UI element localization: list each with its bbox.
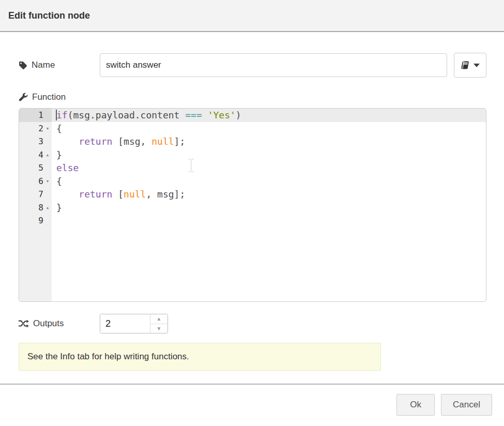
token-plain: { — [56, 176, 62, 187]
code-line-5[interactable]: 5else — [19, 161, 486, 175]
token-plain: { — [56, 123, 62, 134]
name-label-text: Name — [32, 60, 55, 70]
gutter-line-number: 1 — [19, 109, 52, 122]
token-keyword: else — [56, 162, 79, 173]
token-keyword: return — [79, 189, 112, 200]
code-text[interactable]: { — [52, 122, 486, 135]
arrow-up-icon: ▲ — [157, 316, 162, 322]
code-text[interactable] — [52, 214, 486, 227]
gutter-line-number: 5 — [19, 161, 52, 175]
fold-open-icon[interactable]: ▾ — [43, 175, 52, 188]
gutter-filler — [19, 227, 52, 302]
arrow-down-icon: ▼ — [157, 326, 162, 331]
spinner-up-button[interactable]: ▲ — [150, 314, 167, 324]
code-line-8[interactable]: 8▴} — [19, 201, 486, 215]
function-label-text: Function — [32, 92, 66, 102]
gutter-line-number: 4▴ — [19, 148, 52, 162]
book-icon — [461, 60, 470, 70]
cancel-button[interactable]: Cancel — [441, 394, 492, 416]
info-tip-text: See the Info tab for help writing functi… — [27, 352, 189, 361]
code-line-1[interactable]: 1if(msg.payload.content === 'Yes') — [19, 109, 486, 122]
token-plain: [msg, — [112, 136, 151, 147]
code-line-3[interactable]: 3 return [msg, null]; — [19, 135, 486, 148]
token-operator: === — [185, 110, 202, 120]
tag-icon — [19, 61, 27, 70]
token-plain: ]; — [174, 136, 186, 147]
gutter-line-number: 7 — [19, 188, 52, 201]
outputs-spinner: ▲ ▼ — [100, 314, 168, 333]
outputs-label-text: Outputs — [33, 318, 64, 329]
code-text[interactable]: else — [52, 161, 486, 175]
spinner-buttons: ▲ ▼ — [150, 314, 167, 333]
outputs-row: Outputs ▲ ▼ — [19, 314, 486, 333]
outputs-label: Outputs — [19, 318, 100, 329]
code-filler[interactable] — [52, 227, 486, 302]
code-text[interactable]: { — [52, 175, 486, 188]
token-keyword: if — [56, 110, 68, 120]
code-editor[interactable]: 1if(msg.payload.content === 'Yes')2▾{3 r… — [19, 108, 486, 302]
token-plain — [56, 189, 79, 200]
fold-open-icon[interactable]: ▾ — [43, 122, 52, 135]
token-plain: (msg.payload.content — [68, 110, 186, 120]
edit-function-node-dialog: Edit function node Name — [0, 0, 504, 426]
code-line-9[interactable]: 9 — [19, 214, 486, 227]
code-line-6[interactable]: 6▾{ — [19, 175, 486, 188]
text-cursor — [56, 110, 57, 120]
gutter-line-number: 6▾ — [19, 175, 52, 188]
code-line-2[interactable]: 2▾{ — [19, 122, 486, 135]
caret-down-icon — [474, 64, 480, 67]
code-text[interactable]: return [null, msg]; — [52, 188, 486, 201]
code-line-4[interactable]: 4▴} — [19, 148, 486, 162]
token-plain — [202, 110, 208, 120]
code-text[interactable]: if(msg.payload.content === 'Yes') — [52, 109, 486, 122]
fold-close-icon[interactable]: ▴ — [43, 148, 52, 162]
token-plain: } — [56, 149, 62, 160]
token-string: 'Yes' — [208, 110, 236, 120]
code-line-7[interactable]: 7 return [null, msg]; — [19, 188, 486, 201]
gutter-line-number: 3 — [19, 135, 52, 148]
dialog-header: Edit function node — [0, 0, 504, 32]
footer: Ok Cancel — [0, 385, 504, 416]
spinner-down-button[interactable]: ▼ — [150, 324, 167, 333]
name-row: Name — [19, 53, 486, 78]
gutter-line-number: 9 — [19, 214, 52, 227]
outputs-input[interactable] — [100, 314, 150, 333]
token-constant: null — [151, 136, 174, 147]
code-text[interactable]: } — [52, 148, 486, 162]
fold-close-icon[interactable]: ▴ — [43, 201, 52, 215]
token-plain: , msg]; — [146, 189, 185, 200]
info-tip: See the Info tab for help writing functi… — [19, 343, 381, 371]
dialog-title: Edit function node — [8, 10, 90, 21]
token-plain: } — [56, 202, 62, 213]
dialog-content: Name Function — [0, 53, 504, 371]
token-plain: [ — [112, 189, 124, 200]
token-plain — [56, 136, 79, 147]
editor-empty-area[interactable] — [19, 227, 486, 302]
token-keyword: return — [79, 136, 112, 147]
token-plain: ) — [236, 110, 241, 120]
ok-button[interactable]: Ok — [396, 394, 435, 416]
library-button[interactable] — [454, 53, 486, 78]
gutter-line-number: 2▾ — [19, 122, 52, 135]
name-label: Name — [19, 60, 100, 70]
shuffle-icon — [19, 320, 29, 328]
wrench-icon — [19, 93, 28, 102]
name-input[interactable] — [100, 53, 447, 77]
token-constant: null — [124, 189, 146, 200]
code-text[interactable]: } — [52, 201, 486, 215]
function-label: Function — [19, 92, 486, 102]
code-text[interactable]: return [msg, null]; — [52, 135, 486, 148]
gutter-line-number: 8▴ — [19, 201, 52, 215]
